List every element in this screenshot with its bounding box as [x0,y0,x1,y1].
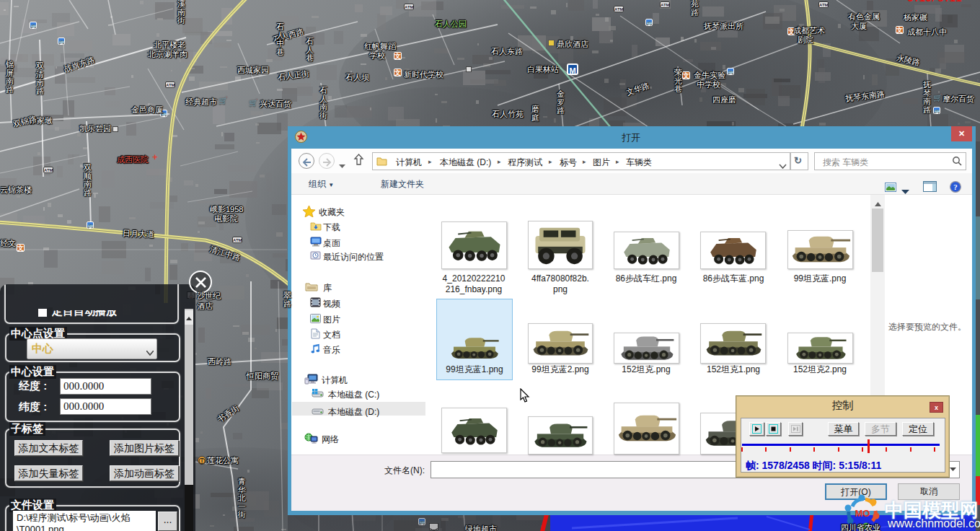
svg-text:?: ? [953,183,958,191]
svg-text:MO: MO [855,508,870,519]
